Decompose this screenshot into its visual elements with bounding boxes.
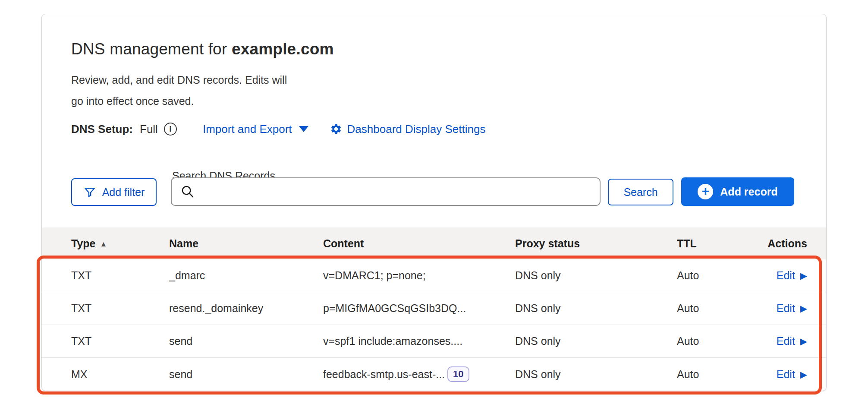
cell-content: p=MIGfMA0GCSqGSIb3DQ... (323, 302, 515, 315)
dashboard-display-settings-label: Dashboard Display Settings (347, 123, 486, 136)
table-row: MX send feedback-smtp.us-east-... 10 DNS… (42, 358, 826, 391)
cell-content: feedback-smtp.us-east-... 10 (323, 366, 515, 382)
import-export-label: Import and Export (203, 123, 292, 136)
filter-funnel-icon (83, 186, 96, 199)
search-icon (180, 184, 195, 199)
column-header-ttl: TTL (677, 237, 761, 250)
search-button-label: Search (623, 186, 657, 199)
arrow-right-icon: ▶ (800, 304, 807, 313)
add-filter-label: Add filter (102, 186, 145, 199)
dashboard-display-settings-link[interactable]: Dashboard Display Settings (330, 123, 486, 136)
add-record-label: Add record (720, 186, 777, 198)
dns-setup-label: DNS Setup: (71, 123, 133, 136)
cell-proxy-status: DNS only (515, 269, 677, 282)
cell-type: TXT (71, 335, 169, 347)
table-header-row: Type▲ Name Content Proxy status TTL Acti… (42, 227, 826, 259)
cell-type: TXT (71, 302, 169, 315)
page-title-prefix: DNS management for (71, 40, 232, 58)
cell-ttl: Auto (677, 335, 761, 347)
search-button[interactable]: Search (608, 179, 673, 205)
arrow-right-icon: ▶ (800, 337, 807, 346)
dns-records-table: Type▲ Name Content Proxy status TTL Acti… (42, 227, 826, 391)
table-row: TXT send v=spf1 include:amazonses.... DN… (42, 325, 826, 358)
plus-circle-icon: + (698, 184, 713, 199)
add-filter-button[interactable]: Add filter (71, 178, 157, 206)
cell-content: v=spf1 include:amazonses.... (323, 335, 515, 347)
gear-icon (330, 123, 342, 135)
cell-proxy-status: DNS only (515, 368, 677, 381)
column-header-name: Name (169, 237, 323, 250)
search-input-container (171, 177, 601, 206)
page-subtitle: Review, add, and edit DNS records. Edits… (71, 69, 287, 112)
dns-setup-value: Full (140, 123, 158, 136)
cell-ttl: Auto (677, 368, 761, 381)
dns-setup-row: DNS Setup: Full i Import and Export Dash… (71, 120, 485, 139)
column-header-content: Content (323, 237, 515, 250)
table-row: TXT _dmarc v=DMARC1; p=none; DNS only Au… (42, 259, 826, 292)
subtitle-line: go into effect once saved. (71, 91, 287, 112)
subtitle-line: Review, add, and edit DNS records. Edits… (71, 69, 287, 91)
cell-proxy-status: DNS only (515, 335, 677, 347)
page-title-domain: example.com (232, 40, 334, 58)
search-input[interactable] (201, 178, 591, 205)
dns-management-panel: DNS management for example.com Review, a… (41, 14, 827, 391)
cell-content: v=DMARC1; p=none; (323, 269, 515, 282)
edit-record-button[interactable]: Edit▶ (777, 269, 807, 282)
column-header-type[interactable]: Type▲ (71, 237, 169, 250)
cell-ttl: Auto (677, 269, 761, 282)
cell-ttl: Auto (677, 302, 761, 315)
edit-record-button[interactable]: Edit▶ (777, 335, 807, 347)
mx-priority-badge: 10 (447, 366, 469, 382)
add-record-button[interactable]: + Add record (681, 177, 794, 206)
edit-record-button[interactable]: Edit▶ (777, 368, 807, 381)
cell-name: send (169, 335, 323, 347)
column-header-proxy-status: Proxy status (515, 237, 677, 250)
cell-type: TXT (71, 269, 169, 282)
column-header-actions: Actions (761, 237, 807, 250)
edit-record-button[interactable]: Edit▶ (777, 302, 807, 315)
cell-proxy-status: DNS only (515, 302, 677, 315)
arrow-right-icon: ▶ (800, 271, 807, 280)
table-row: TXT resend._domainkey p=MIGfMA0GCSqGSIb3… (42, 292, 826, 325)
cell-name: send (169, 368, 323, 381)
chevron-down-icon (299, 126, 308, 132)
info-circle-icon[interactable]: i (164, 123, 177, 136)
cell-content-text: feedback-smtp.us-east-... (323, 368, 445, 381)
page-title: DNS management for example.com (71, 40, 334, 58)
sort-ascending-icon: ▲ (100, 240, 107, 248)
cell-name: _dmarc (169, 269, 323, 282)
cell-name: resend._domainkey (169, 302, 323, 315)
import-export-dropdown[interactable]: Import and Export (203, 123, 308, 136)
cell-type: MX (71, 368, 169, 381)
arrow-right-icon: ▶ (800, 370, 807, 379)
